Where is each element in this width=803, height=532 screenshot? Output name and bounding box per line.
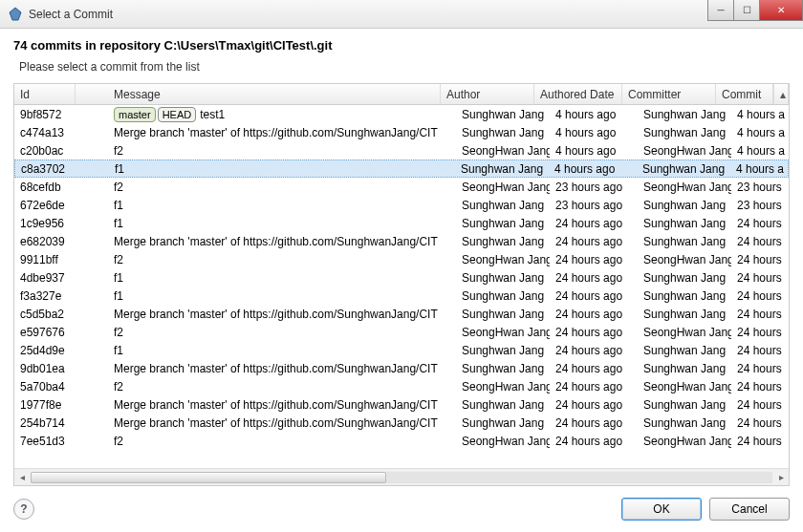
committer: SeongHwan Jang — [638, 326, 731, 339]
scroll-left-icon[interactable]: ◂ — [14, 472, 30, 482]
commit-message: f1 — [109, 162, 455, 176]
commit-date: 24 hours — [731, 289, 789, 303]
table-row[interactable]: e682039Merge branch 'master' of https://… — [14, 232, 789, 250]
commit-date: 24 hours — [731, 271, 789, 285]
col-committer[interactable]: Committer — [622, 84, 716, 104]
commit-date: 24 hours — [731, 326, 789, 339]
authored-date: 4 hours ago — [549, 162, 637, 176]
author: Sunghwan Jang — [456, 235, 550, 248]
table-row[interactable]: 9db01eaMerge branch 'master' of https://… — [14, 359, 789, 377]
help-icon[interactable]: ? — [13, 499, 34, 520]
titlebar[interactable]: Select a Commit ─ ☐ ✕ — [0, 0, 803, 29]
commit-message: Merge branch 'master' of https://github.… — [108, 308, 456, 321]
table-row[interactable]: 1c9e956f1Sunghwan Jang24 hours agoSunghw… — [14, 214, 789, 232]
col-id[interactable]: Id — [14, 84, 76, 104]
window-title: Select a Commit — [29, 8, 708, 21]
commit-message: f1 — [108, 289, 456, 303]
committer: Sunghwan Jang — [638, 271, 731, 285]
commit-date: 24 hours — [731, 235, 789, 248]
cancel-button[interactable]: Cancel — [709, 498, 790, 521]
minimize-button[interactable]: ─ — [707, 0, 734, 21]
col-authored-date[interactable]: Authored Date — [534, 84, 622, 104]
commit-date: 24 hours — [731, 380, 789, 394]
commit-id: 1977f8e — [14, 398, 76, 412]
table-row[interactable]: 68cefdbf2SeongHwan Jang23 hours agoSeong… — [14, 178, 789, 196]
table-row[interactable]: 254b714Merge branch 'master' of https://… — [14, 414, 789, 432]
table-body[interactable]: 9bf8572masterHEADtest1Sunghwan Jang4 hou… — [14, 105, 789, 468]
committer: Sunghwan Jang — [638, 308, 731, 321]
horizontal-scrollbar[interactable]: ◂ ▸ — [14, 468, 789, 485]
authored-date: 24 hours ago — [550, 253, 638, 266]
commit-message: f2 — [108, 144, 456, 158]
authored-date: 4 hours ago — [550, 126, 638, 139]
authored-date: 24 hours ago — [550, 235, 638, 248]
commit-date: 23 hours — [731, 199, 789, 212]
committer: Sunghwan Jang — [638, 217, 731, 230]
authored-date: 24 hours ago — [550, 362, 638, 375]
committer: Sunghwan Jang — [638, 108, 731, 121]
author: SeongHwan Jang — [456, 253, 550, 266]
commit-id: 9911bff — [14, 253, 76, 266]
head-tag: HEAD — [158, 107, 197, 122]
table-row[interactable]: 5a70ba4f2SeongHwan Jang24 hours agoSeong… — [14, 377, 789, 395]
table-row[interactable]: f3a327ef1Sunghwan Jang24 hours agoSunghw… — [14, 287, 789, 305]
table-row[interactable]: 9911bfff2SeongHwan Jang24 hours agoSeong… — [14, 250, 789, 268]
col-message[interactable]: Message — [108, 84, 441, 104]
commit-id: e682039 — [14, 235, 76, 248]
commit-table: Id Message Author Authored Date Committe… — [13, 83, 790, 486]
author: Sunghwan Jang — [456, 398, 550, 412]
scroll-thumb[interactable] — [31, 472, 386, 483]
author: Sunghwan Jang — [456, 416, 550, 430]
col-graph[interactable] — [76, 84, 108, 104]
table-row[interactable]: c8a3702f1Sunghwan Jang4 hours agoSunghwa… — [14, 160, 789, 178]
commit-id: 9db01ea — [14, 362, 76, 375]
authored-date: 4 hours ago — [550, 144, 638, 158]
table-row[interactable]: 1977f8eMerge branch 'master' of https://… — [14, 395, 789, 414]
col-commit-date[interactable]: Commit — [716, 84, 773, 104]
commit-date: 24 hours — [731, 253, 789, 266]
scroll-track[interactable] — [31, 472, 772, 483]
table-row[interactable]: 9bf8572masterHEADtest1Sunghwan Jang4 hou… — [14, 105, 789, 123]
page-title: 74 commits in repository C:\Users\Tmax\g… — [13, 38, 790, 53]
table-row[interactable]: c5d5ba2Merge branch 'master' of https://… — [14, 305, 789, 323]
table-row[interactable]: 672e6def1Sunghwan Jang23 hours agoSunghw… — [14, 196, 789, 214]
authored-date: 24 hours ago — [550, 271, 638, 285]
author: Sunghwan Jang — [456, 308, 550, 321]
author: Sunghwan Jang — [456, 344, 550, 357]
table-row[interactable]: e597676f2SeongHwan Jang24 hours agoSeong… — [14, 323, 789, 341]
commit-date: 24 hours — [731, 308, 789, 321]
commit-date: 4 hours a — [731, 126, 789, 139]
table-row[interactable]: 25d4d9ef1Sunghwan Jang24 hours agoSunghw… — [14, 341, 789, 359]
committer: Sunghwan Jang — [638, 235, 731, 248]
authored-date: 24 hours ago — [550, 398, 638, 412]
scroll-right-icon[interactable]: ▸ — [773, 472, 789, 482]
maximize-button[interactable]: ☐ — [733, 0, 760, 21]
commit-id: 25d4d9e — [14, 344, 76, 357]
author: Sunghwan Jang — [455, 162, 549, 176]
table-row[interactable]: c20b0acf2SeongHwan Jang4 hours agoSeongH… — [14, 141, 789, 160]
master-tag: master — [114, 107, 156, 122]
committer: SeongHwan Jang — [638, 435, 731, 448]
close-button[interactable]: ✕ — [759, 0, 803, 21]
commit-message: f2 — [108, 326, 456, 339]
commit-id: 7ee51d3 — [14, 435, 76, 448]
scroll-up-icon[interactable]: ▴ — [773, 84, 789, 104]
ok-button[interactable]: OK — [621, 498, 702, 521]
col-author[interactable]: Author — [441, 84, 534, 104]
author: Sunghwan Jang — [456, 362, 550, 375]
commit-date: 24 hours — [731, 362, 789, 375]
commit-id: 672e6de — [14, 199, 76, 212]
committer: Sunghwan Jang — [637, 162, 730, 176]
commit-message: Merge branch 'master' of https://github.… — [108, 235, 456, 248]
commit-message: Merge branch 'master' of https://github.… — [108, 362, 456, 375]
commit-id: c474a13 — [14, 126, 76, 139]
author: Sunghwan Jang — [456, 108, 550, 121]
author: Sunghwan Jang — [456, 289, 550, 303]
table-row[interactable]: c474a13Merge branch 'master' of https://… — [14, 123, 789, 141]
commit-message: f2 — [108, 435, 456, 448]
committer: SeongHwan Jang — [638, 144, 731, 158]
table-row[interactable]: 7ee51d3f2SeongHwan Jang24 hours agoSeong… — [14, 432, 789, 450]
table-header: Id Message Author Authored Date Committe… — [14, 84, 789, 105]
commit-id: 254b714 — [14, 416, 76, 430]
table-row[interactable]: 4dbe937f1Sunghwan Jang24 hours agoSunghw… — [14, 268, 789, 287]
